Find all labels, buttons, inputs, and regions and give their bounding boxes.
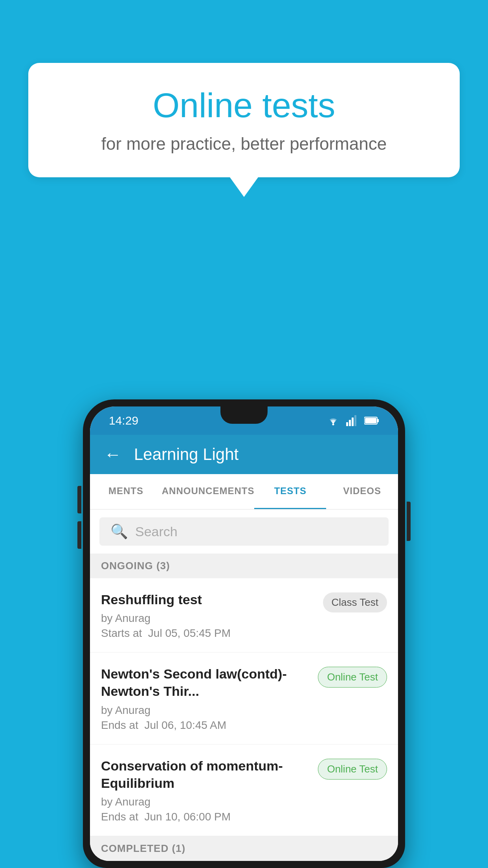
test-time-1: Starts at Jul 05, 05:45 PM <box>101 627 315 640</box>
status-bar: 14:29 <box>90 406 398 435</box>
status-icons <box>327 415 379 426</box>
speech-bubble: Online tests for more practice, better p… <box>28 63 460 177</box>
test-badge-1: Class Test <box>323 592 387 612</box>
test-item-2[interactable]: Newton's Second law(contd)-Newton's Thir… <box>90 653 398 744</box>
test-info-2: Newton's Second law(contd)-Newton's Thir… <box>101 665 310 731</box>
volume-button-2 <box>77 521 81 549</box>
completed-section-header: COMPLETED (1) <box>90 836 398 861</box>
test-time-2: Ends at Jul 06, 10:45 AM <box>101 719 310 732</box>
search-placeholder: Search <box>135 524 178 539</box>
notch <box>220 406 268 424</box>
svg-rect-6 <box>377 419 379 422</box>
svg-rect-1 <box>346 422 348 426</box>
signal-icon <box>346 415 358 426</box>
tab-tests[interactable]: TESTS <box>254 474 326 509</box>
search-box[interactable]: 🔍 Search <box>99 517 389 546</box>
tab-videos[interactable]: VIDEOS <box>326 474 398 509</box>
phone-outer: 14:29 <box>83 399 405 868</box>
power-button <box>407 502 411 541</box>
volume-button-1 <box>77 486 81 513</box>
test-name-3: Conservation of momentum-Equilibrium <box>101 757 310 792</box>
bubble-title: Online tests <box>60 86 428 125</box>
bubble-arrow <box>230 177 258 197</box>
battery-icon <box>364 416 379 425</box>
search-section: 🔍 Search <box>90 509 398 554</box>
svg-point-0 <box>332 423 334 425</box>
app-header: ← Learning Light <box>90 435 398 474</box>
svg-rect-3 <box>352 417 354 426</box>
bubble-subtitle: for more practice, better performance <box>60 134 428 154</box>
speech-bubble-section: Online tests for more practice, better p… <box>28 63 460 197</box>
svg-rect-2 <box>349 420 351 426</box>
test-author-1: by Anurag <box>101 612 315 625</box>
search-icon: 🔍 <box>110 523 128 540</box>
test-author-3: by Anurag <box>101 796 310 808</box>
test-time-3: Ends at Jun 10, 06:00 PM <box>101 811 310 823</box>
test-badge-3: Online Test <box>318 759 387 780</box>
svg-rect-7 <box>365 418 376 423</box>
test-info-3: Conservation of momentum-Equilibrium by … <box>101 757 310 823</box>
test-name-2: Newton's Second law(contd)-Newton's Thir… <box>101 665 310 700</box>
test-item-3[interactable]: Conservation of momentum-Equilibrium by … <box>90 745 398 836</box>
back-button[interactable]: ← <box>104 445 121 464</box>
status-time: 14:29 <box>109 414 138 427</box>
test-badge-2: Online Test <box>318 667 387 688</box>
tabs-bar: MENTS ANNOUNCEMENTS TESTS VIDEOS <box>90 474 398 509</box>
tab-announcements[interactable]: ANNOUNCEMENTS <box>162 474 255 509</box>
svg-rect-4 <box>354 415 356 426</box>
app-title: Learning Light <box>134 445 238 464</box>
phone-screen: 14:29 <box>90 406 398 861</box>
test-name-1: Reshuffling test <box>101 591 315 608</box>
ongoing-section-header: ONGOING (3) <box>90 554 398 578</box>
wifi-icon <box>327 415 340 426</box>
phone-mockup: 14:29 <box>83 399 405 868</box>
tab-ments[interactable]: MENTS <box>90 474 162 509</box>
test-author-2: by Anurag <box>101 704 310 717</box>
test-item-1[interactable]: Reshuffling test by Anurag Starts at Jul… <box>90 578 398 653</box>
test-info-1: Reshuffling test by Anurag Starts at Jul… <box>101 591 315 640</box>
